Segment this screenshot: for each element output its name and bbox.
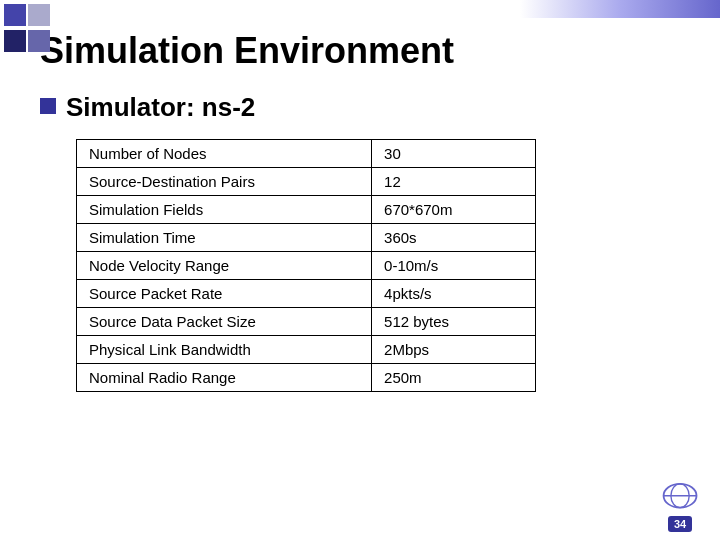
page-number-badge: 34 [668,516,692,532]
table-cell-field: Source Packet Rate [77,280,372,308]
table-row: Nominal Radio Range250m [77,364,536,392]
decor-top-right-bar [520,0,720,18]
bullet-icon [40,98,56,114]
slide-title: Simulation Environment [40,30,680,72]
table-cell-value: 250m [372,364,536,392]
table-wrapper: Number of Nodes30Source-Destination Pair… [76,139,680,392]
table-cell-value: 2Mbps [372,336,536,364]
table-cell-value: 0-10m/s [372,252,536,280]
table-row: Node Velocity Range0-10m/s [77,252,536,280]
table-row: Simulation Fields670*670m [77,196,536,224]
table-cell-field: Simulation Time [77,224,372,252]
table-cell-value: 512 bytes [372,308,536,336]
decor-top-left [4,4,54,54]
table-row: Number of Nodes30 [77,140,536,168]
table-cell-value: 360s [372,224,536,252]
page-number-area: 34 [650,482,710,532]
table-row: Source-Destination Pairs12 [77,168,536,196]
table-cell-value: 4pkts/s [372,280,536,308]
table-cell-value: 30 [372,140,536,168]
simulation-table: Number of Nodes30Source-Destination Pair… [76,139,536,392]
table-row: Simulation Time360s [77,224,536,252]
table-row: Physical Link Bandwidth2Mbps [77,336,536,364]
table-cell-field: Physical Link Bandwidth [77,336,372,364]
table-cell-field: Node Velocity Range [77,252,372,280]
slide-content: Simulation Environment Simulator: ns-2 N… [0,0,720,412]
bullet-section: Simulator: ns-2 [40,92,680,123]
table-cell-field: Simulation Fields [77,196,372,224]
table-cell-value: 12 [372,168,536,196]
bottom-decor-icon [658,482,703,514]
bullet-label: Simulator: ns-2 [66,92,255,123]
table-row: Source Packet Rate4pkts/s [77,280,536,308]
table-cell-field: Source Data Packet Size [77,308,372,336]
slide: Simulation Environment Simulator: ns-2 N… [0,0,720,540]
table-cell-field: Number of Nodes [77,140,372,168]
table-cell-field: Nominal Radio Range [77,364,372,392]
table-row: Source Data Packet Size512 bytes [77,308,536,336]
table-cell-field: Source-Destination Pairs [77,168,372,196]
table-cell-value: 670*670m [372,196,536,224]
